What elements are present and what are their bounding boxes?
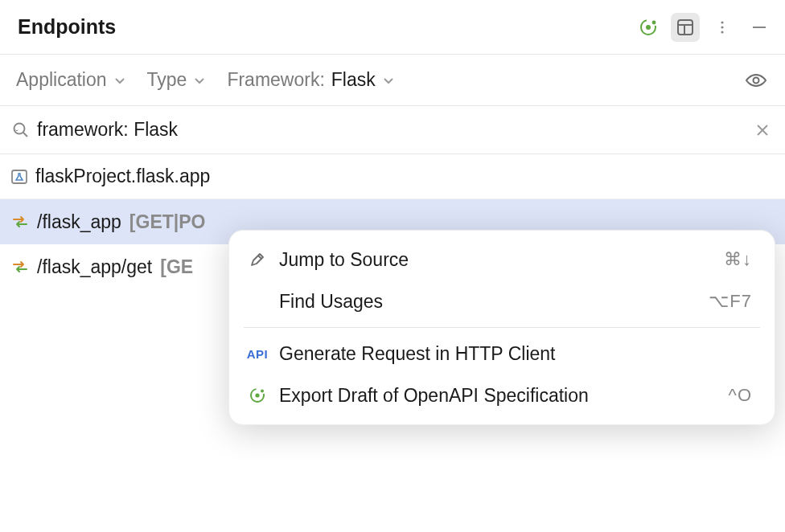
menu-label: Export Draft of OpenAPI Specification (279, 385, 717, 407)
endpoint-methods: [GE (160, 256, 193, 278)
menu-label: Generate Request in HTTP Client (279, 343, 752, 365)
filter-framework-label: Framework: (227, 69, 324, 91)
menu-generate-http-request[interactable]: API Generate Request in HTTP Client (229, 333, 775, 374)
open-api-icon-button[interactable] (634, 13, 663, 42)
menu-find-usages[interactable]: Find Usages ⌥F7 (229, 280, 775, 322)
module-group-row[interactable]: flaskProject.flask.app (0, 154, 785, 199)
menu-shortcut: ⌥F7 (709, 291, 752, 312)
filter-framework-value: Flask (331, 69, 376, 91)
panel-title: Endpoints (18, 15, 634, 39)
endpoint-methods: [GET|PO (129, 211, 206, 233)
clear-search-icon[interactable] (754, 122, 771, 138)
svg-point-2 (652, 20, 656, 24)
svg-point-1 (646, 25, 651, 30)
pencil-icon (247, 251, 268, 268)
header-actions (634, 13, 774, 42)
svg-point-8 (721, 31, 723, 33)
filter-application[interactable]: Application (16, 69, 126, 91)
route-icon (11, 213, 29, 231)
eye-icon (745, 69, 767, 92)
module-group-label: flaskProject.flask.app (35, 166, 210, 187)
chevron-down-icon (193, 74, 206, 87)
api-icon: API (247, 347, 268, 361)
svg-point-18 (261, 390, 264, 393)
menu-label: Jump to Source (279, 249, 713, 271)
menu-label: Find Usages (279, 291, 697, 313)
menu-divider (244, 327, 760, 328)
search-icon[interactable] (11, 121, 31, 140)
flask-module-icon (10, 167, 29, 186)
layout-toggle-button[interactable] (671, 13, 700, 42)
filter-application-label: Application (16, 69, 107, 91)
open-api-icon (247, 387, 268, 404)
chevron-down-icon (382, 74, 395, 87)
menu-jump-to-source[interactable]: Jump to Source ⌘↓ (229, 239, 775, 280)
panel-header: Endpoints (0, 0, 785, 55)
filter-type[interactable]: Type (147, 69, 207, 91)
svg-point-17 (255, 393, 259, 397)
endpoint-path: /flask_app (37, 211, 121, 233)
minimize-icon (750, 18, 768, 36)
search-bar (0, 106, 785, 154)
menu-shortcut: ⌘↓ (724, 249, 752, 270)
svg-line-12 (23, 133, 27, 137)
menu-export-openapi[interactable]: Export Draft of OpenAPI Specification ^O (229, 374, 775, 416)
search-input[interactable] (31, 119, 754, 141)
visibility-toggle-button[interactable] (742, 66, 771, 95)
svg-point-7 (721, 26, 723, 28)
filter-bar: Application Type Framework: Flask (0, 55, 785, 106)
kebab-icon (714, 19, 730, 35)
svg-rect-15 (12, 170, 27, 183)
open-api-icon (639, 18, 658, 37)
svg-point-6 (721, 21, 723, 23)
svg-point-10 (754, 77, 759, 83)
minimize-button[interactable] (745, 13, 774, 42)
route-icon (11, 258, 29, 276)
endpoint-path: /flask_app/get (37, 256, 152, 278)
menu-shortcut: ^O (729, 385, 752, 406)
context-menu: Jump to Source ⌘↓ Find Usages ⌥F7 API Ge… (228, 230, 775, 425)
more-options-button[interactable] (708, 13, 737, 42)
svg-point-11 (14, 123, 25, 133)
filter-type-label: Type (147, 69, 187, 91)
layout-icon (676, 18, 694, 36)
filter-framework[interactable]: Framework: Flask (227, 69, 394, 91)
chevron-down-icon (113, 74, 126, 87)
